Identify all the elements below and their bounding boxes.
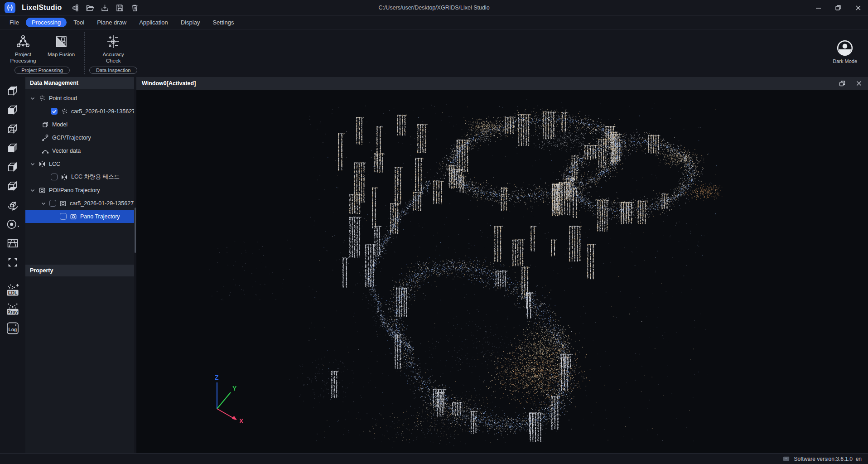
trash-icon[interactable] <box>130 4 139 12</box>
chevron-down-icon[interactable] <box>41 201 46 206</box>
tree-item-lcc-test[interactable]: LCC 차량용 테스트 <box>25 170 134 184</box>
fullscreen-icon[interactable] <box>6 256 19 269</box>
title-bar: C:/Users/user/Desktop/XGRIDS/Lixel Studi… <box>0 0 868 15</box>
camera-icon <box>39 187 46 194</box>
save-icon[interactable] <box>116 4 124 12</box>
tree-item-poi-pano-trajectory[interactable]: POI/Pano Trajectory <box>25 184 134 197</box>
lcc-icon <box>39 160 46 168</box>
viewport-title: Window0[Activated] <box>142 80 196 87</box>
menu-bar: File Processing Tool Plane draw Applicat… <box>0 15 868 29</box>
project-processing-icon <box>15 34 31 50</box>
menu-tool[interactable]: Tool <box>68 18 90 27</box>
camera-icon <box>59 200 67 207</box>
tool-button-label: Accuracy Check <box>95 51 132 64</box>
toolbar-separator <box>142 32 142 74</box>
dark-mode-icon <box>836 39 854 57</box>
toolbar-group-project-processing: Project Processing Map Fusion Project Pr… <box>0 29 84 77</box>
menu-file[interactable]: File <box>4 18 25 27</box>
checkbox-unchecked[interactable] <box>49 200 56 207</box>
menu-display[interactable]: Display <box>175 18 206 27</box>
checkbox-unchecked[interactable] <box>51 174 58 180</box>
tree-item-model[interactable]: Model <box>25 118 134 131</box>
property-panel-header: Property <box>25 265 134 276</box>
group-label-project-processing: Project Processing <box>14 67 70 74</box>
chevron-down-icon[interactable] <box>30 188 35 193</box>
open-folder-icon[interactable] <box>86 4 94 12</box>
xray-icon[interactable]: Xray <box>6 303 19 316</box>
map-fusion-button[interactable]: Map Fusion <box>43 32 80 65</box>
gcp-trajectory-icon <box>42 134 49 141</box>
chevron-down-icon[interactable] <box>30 161 35 167</box>
tree-item-point-cloud[interactable]: Point cloud <box>25 92 134 105</box>
checkbox-checked[interactable] <box>51 108 58 115</box>
dark-mode-toggle[interactable]: Dark Mode <box>833 29 868 77</box>
import-icon[interactable] <box>101 4 109 12</box>
focus-circle-icon[interactable] <box>6 218 19 231</box>
data-management-panel: Data Management Point cloud car5_2026-01… <box>25 77 134 453</box>
close-button[interactable] <box>848 0 868 15</box>
property-panel-body <box>25 276 134 453</box>
tree-item-label: Point cloud <box>49 95 77 102</box>
data-tree: Point cloud car5_2026-01-29-1356271.las … <box>25 89 134 265</box>
map-fusion-icon <box>53 34 69 50</box>
panel-scrollbar-thumb[interactable] <box>135 208 136 253</box>
tool-button-label: Map Fusion <box>48 51 75 58</box>
tree-item-pano-group[interactable]: car5_2026-01-29-1356271 <box>25 197 134 210</box>
view-cube-left-icon[interactable] <box>6 103 19 117</box>
tree-item-label: Model <box>52 121 68 128</box>
dark-mode-label: Dark Mode <box>833 58 857 64</box>
tree-item-label: GCP/Trajectory <box>52 135 91 141</box>
point-cloud-icon <box>61 108 68 115</box>
tree-item-vector-data[interactable]: Vector data <box>25 144 134 157</box>
menu-application[interactable]: Application <box>133 18 174 27</box>
edl-icon[interactable]: EDL <box>6 284 19 297</box>
point-cloud-icon <box>39 95 46 102</box>
tree-item-label: POI/Pano Trajectory <box>49 187 100 193</box>
minimize-button[interactable] <box>808 0 828 15</box>
app-name: LixelStudio <box>22 4 62 12</box>
tree-item-label: LCC <box>49 161 60 167</box>
accuracy-check-button[interactable]: Accuracy Check <box>95 32 132 65</box>
ribbon-toolbar: Project Processing Map Fusion Project Pr… <box>0 29 868 77</box>
viewport-header: Window0[Activated] <box>136 77 868 90</box>
checkbox-unchecked[interactable] <box>60 213 67 220</box>
tree-item-pano-trajectory[interactable]: Pano Trajectory <box>25 210 134 223</box>
tree-item-label: Pano Trajectory <box>80 213 120 220</box>
share-icon[interactable] <box>71 4 79 12</box>
tree-item-gcp-trajectory[interactable]: GCP/Trajectory <box>25 131 134 144</box>
tree-item-las-file[interactable]: car5_2026-01-29-1356271.las <box>25 105 134 118</box>
tree-item-label: car5_2026-01-29-1356271 <box>70 200 134 207</box>
menu-plane-draw[interactable]: Plane draw <box>91 18 132 27</box>
view-cube-bottom-icon[interactable] <box>6 179 19 193</box>
menu-processing[interactable]: Processing <box>26 18 67 27</box>
tree-item-lcc[interactable]: LCC <box>25 157 134 170</box>
perspective-grid-icon[interactable] <box>6 237 19 250</box>
camera-icon <box>70 213 77 220</box>
view-cube-top-icon[interactable] <box>6 84 19 98</box>
view-sidebar: EDL Xray Log <box>0 77 25 453</box>
chevron-down-icon[interactable] <box>30 96 35 101</box>
lcc-icon <box>61 174 68 181</box>
maximize-button[interactable] <box>828 0 848 15</box>
view-cube-right-icon[interactable] <box>6 160 19 174</box>
viewport-body: Z Y X <box>136 90 868 453</box>
menu-settings[interactable]: Settings <box>207 18 240 27</box>
axis-z-label: Z <box>215 374 219 381</box>
status-bar: Software version:3.6.1.0_en <box>0 453 868 464</box>
tree-item-label: LCC 차량용 테스트 <box>71 173 120 181</box>
view-cube-front-icon[interactable] <box>6 141 19 155</box>
close-viewport-icon[interactable] <box>855 80 863 87</box>
log-icon[interactable]: Log <box>6 322 19 335</box>
axis-gizmo: Z Y X <box>203 373 249 425</box>
edl-label: EDL <box>8 290 18 295</box>
xray-label: Xray <box>8 309 18 314</box>
model-icon <box>42 121 49 128</box>
view-cube-wire-icon[interactable] <box>6 122 19 136</box>
float-window-icon[interactable] <box>838 80 846 87</box>
project-processing-button[interactable]: Project Processing <box>5 32 42 65</box>
toolbar-group-data-inspection: Accuracy Check Data Inspection <box>85 29 142 77</box>
tree-item-label: Vector data <box>52 148 81 154</box>
app-window: C:/Users/user/Desktop/XGRIDS/Lixel Studi… <box>0 0 868 464</box>
orbit-cube-icon[interactable] <box>6 198 19 212</box>
viewport-window: Window0[Activated] Z <box>136 77 868 453</box>
